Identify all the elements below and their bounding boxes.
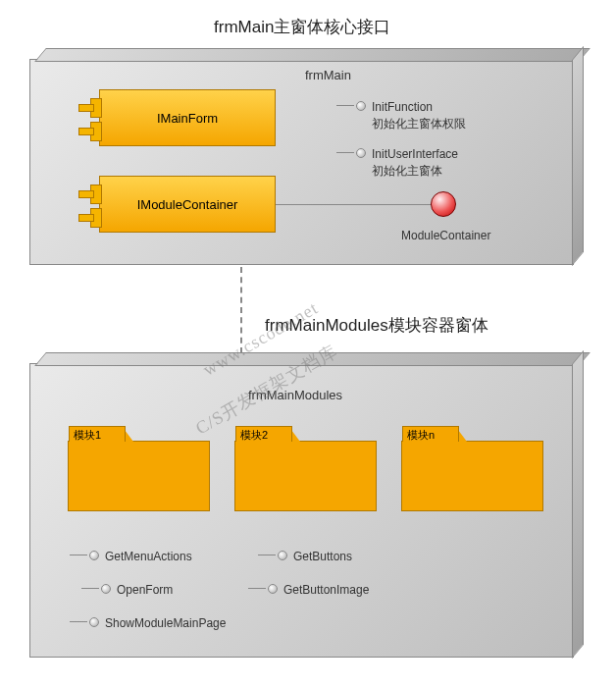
pin-showmodulemainpage: ShowModuleMainPage: [70, 615, 226, 632]
frmmain-box: frmMain IMainForm IModuleContainer InitF…: [29, 59, 574, 265]
component-port-icon: [78, 98, 100, 116]
component-port-icon: [78, 185, 100, 202]
pin-label: GetButtonImage: [283, 582, 369, 599]
folder-module2: 模块2: [234, 441, 377, 511]
bottom-title: frmMainModules模块容器窗体: [265, 314, 488, 337]
pin-getmenuactions: GetMenuActions: [70, 549, 192, 565]
frmmainmodules-box: frmMainModules 模块1 模块2 模块n GetMenuAction…: [29, 363, 574, 658]
folder-modulen: 模块n: [401, 441, 543, 511]
pin-desc: 初始化主窗体权限: [372, 116, 466, 132]
pin-desc: 初始化主窗体: [372, 163, 458, 180]
frmmain-subtitle: frmMain: [305, 68, 351, 82]
pin-label: GetButtons: [293, 549, 352, 565]
top-title: frmMain主窗体核心接口: [214, 16, 390, 38]
ball-label: ModuleContainer: [401, 229, 490, 242]
component-label: IModuleContainer: [137, 197, 238, 212]
pin-getbuttons: GetButtons: [258, 549, 352, 565]
component-label: IMainForm: [157, 111, 218, 126]
interface-line: [276, 204, 433, 205]
component-port-icon: [78, 122, 100, 139]
folder-tab: 模块n: [402, 426, 459, 442]
pin-name: InitUserInterface: [372, 146, 458, 163]
component-imodulecontainer: IModuleContainer: [99, 176, 276, 233]
pin-label: ShowModuleMainPage: [105, 615, 226, 632]
pin-name: InitFunction: [372, 99, 466, 116]
pin-label: OpenForm: [117, 582, 173, 599]
diagram-canvas: frmMain主窗体核心接口 frmMain IMainForm IModule…: [0, 0, 616, 687]
pin-openform: OpenForm: [81, 582, 173, 599]
pin-initfunction: InitFunction 初始化主窗体权限: [336, 99, 466, 132]
component-port-icon: [78, 208, 100, 226]
folder-tab: 模块2: [235, 426, 292, 442]
frmmainmodules-subtitle: frmMainModules: [248, 388, 342, 402]
modulecontainer-ball-icon: [431, 191, 456, 217]
pin-getbuttonimage: GetButtonImage: [248, 582, 369, 599]
pin-inituserinterface: InitUserInterface 初始化主窗体: [336, 146, 458, 180]
folder-module1: 模块1: [68, 441, 210, 511]
pin-label: GetMenuActions: [105, 549, 192, 565]
component-imainform: IMainForm: [99, 89, 276, 146]
folder-tab: 模块1: [69, 426, 126, 442]
